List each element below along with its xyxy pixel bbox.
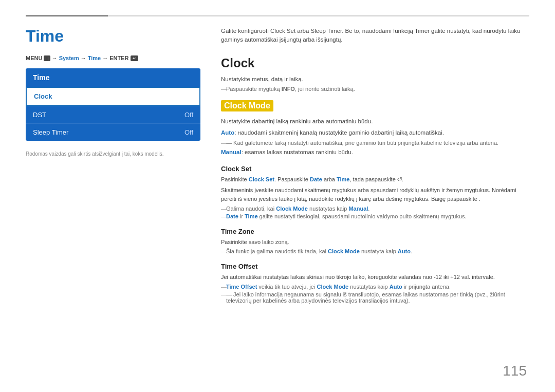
arrow2: → <box>81 55 86 61</box>
intro-content: Galite konfigūruoti Clock Set arba Sleep… <box>221 28 520 43</box>
clock-label: Clock <box>34 92 52 100</box>
arrow3: → <box>102 55 108 61</box>
auto-note-text: ― Kad galėtumėte laiką nustatyti automat… <box>226 140 498 146</box>
right-column: Galite konfigūruoti Clock Set arba Sleep… <box>221 27 529 307</box>
menu-item-sleep[interactable]: Sleep Timer Off <box>26 123 200 141</box>
manual-line: Manual: esamas laikas nustatomas rankini… <box>221 147 529 157</box>
menu-path: MENU ||| → System → Time → ENTER ↵ <box>26 55 200 61</box>
time-zone-desc1: Pasirinkite savo laiko zoną. <box>221 238 529 247</box>
clock-set-note2-text: Date ir Time galite nustatyti tiesiogiai… <box>226 213 467 219</box>
time-offset-title: Time Offset <box>221 263 529 270</box>
enter-icon: ↵ <box>131 55 138 61</box>
time-zone-note1: Šia funkcija galima naudotis tik tada, k… <box>221 248 529 254</box>
time-label: Time <box>88 55 101 61</box>
left-column: Time MENU ||| → System → Time → ENTER ↵ … <box>26 27 200 307</box>
time-zone-title: Time Zone <box>221 228 529 235</box>
left-note: Rodomas vaizdas gali skirtis atsižvelgia… <box>26 151 200 157</box>
clock-set-section: Clock Set Pasirinkite Clock Set. Paspaus… <box>221 165 529 219</box>
page-title: Time <box>26 27 200 46</box>
menu-item-dst[interactable]: DST Off <box>26 106 200 123</box>
auto-note: ― Kad galėtumėte laiką nustatyti automat… <box>221 140 529 146</box>
clock-desc2-text: Paspauskite mygtuką INFO, jei norite suž… <box>226 86 355 92</box>
menu-label: MENU <box>26 55 42 61</box>
menu-icon: ||| <box>44 55 50 61</box>
sleep-label: Sleep Timer <box>33 128 68 136</box>
enter-label: ENTER <box>109 55 128 61</box>
top-divider <box>26 15 529 16</box>
page-container: Time MENU ||| → System → Time → ENTER ↵ … <box>0 0 555 392</box>
dst-value: Off <box>184 111 193 119</box>
time-offset-section: Time Offset Jei automatiškai nustatytas … <box>221 263 529 304</box>
clock-set-note2: Date ir Time galite nustatyti tiesiogiai… <box>221 213 529 219</box>
clock-mode-label: Clock Mode <box>221 100 273 111</box>
clock-desc1: Nustatykite metus, datą ir laiką. <box>221 74 529 84</box>
time-offset-desc1: Jei automatiškai nustatytas laikas skiri… <box>221 273 529 282</box>
time-zone-section: Time Zone Pasirinkite savo laiko zoną. Š… <box>221 228 529 255</box>
clock-mode-section: Clock Mode Nustatykite dabartinį laiką r… <box>221 100 529 157</box>
main-layout: Time MENU ||| → System → Time → ENTER ↵ … <box>26 27 529 307</box>
menu-item-clock[interactable]: Clock <box>26 87 200 106</box>
time-offset-note2-text: ― Jei laiko informacija negaunama su sig… <box>226 291 505 304</box>
time-offset-note1: Time Offset veikia tik tuo atveju, jei C… <box>221 284 529 290</box>
clock-set-note1-text: Galima naudoti, kai Clock Mode nustatyta… <box>226 206 369 212</box>
time-zone-note1-text: Šia funkcija galima naudotis tik tada, k… <box>226 248 412 254</box>
arrow1: → <box>52 55 58 61</box>
clock-set-title: Clock Set <box>221 165 529 173</box>
page-number: 115 <box>503 363 527 379</box>
menu-box-header: Time <box>26 68 200 87</box>
auto-line: Auto: нaudodami skaitmeninį kanalą nusta… <box>221 128 529 137</box>
clock-set-note1: Galima naudoti, kai Clock Mode nustatyta… <box>221 206 529 212</box>
sleep-value: Off <box>184 128 193 136</box>
clock-set-desc1: Pasirinkite Clock Set. Paspauskite Date … <box>221 175 529 184</box>
manual-text: Manual: esamas laikas nustatomas rankini… <box>221 149 353 155</box>
menu-box: Time Clock DST Off Sleep Timer Off <box>26 68 200 141</box>
intro-text: Galite konfigūruoti Clock Set arba Sleep… <box>221 27 529 45</box>
clock-title: Clock <box>221 56 529 70</box>
clock-desc2: Paspauskite mygtuką INFO, jei norite suž… <box>221 86 529 92</box>
system-label: System <box>59 55 79 61</box>
time-offset-note1-text: Time Offset veikia tik tuo atveju, jei C… <box>226 284 451 290</box>
dst-label: DST <box>33 111 46 119</box>
time-offset-note2: ― Jei laiko informacija negaunama su sig… <box>221 291 529 304</box>
clock-mode-desc1: Nustatykite dabartinį laiką rankiniu arb… <box>221 117 529 126</box>
clock-set-desc2: Skaitmeninis įveskite naudodami skaitmen… <box>221 186 529 204</box>
auto-text: Auto: нaudodami skaitmeninį kanalą nusta… <box>221 129 444 136</box>
